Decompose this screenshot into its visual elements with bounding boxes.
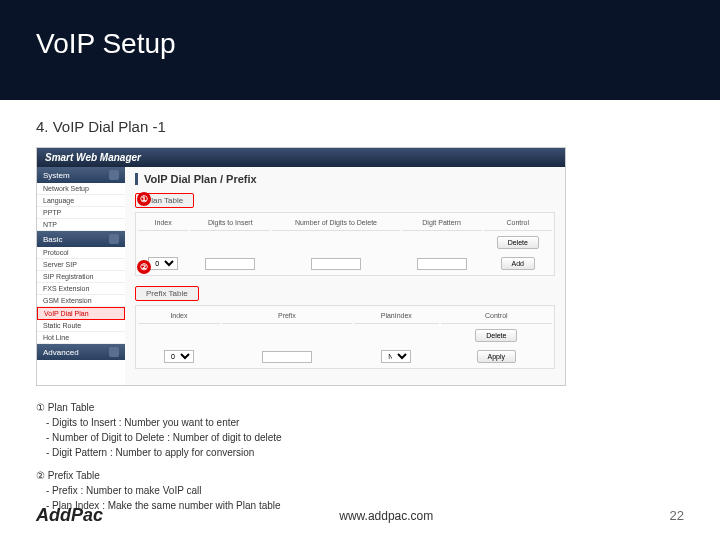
note-line: - Prefix : Number to make VoIP call (46, 483, 720, 498)
app-brand: Smart Web Manager (37, 148, 565, 167)
col-index: Index (138, 215, 188, 231)
screenshot: Smart Web Manager System Network Setup L… (36, 147, 566, 386)
col-planindex: PlanIndex (354, 308, 439, 324)
sidebar-item[interactable]: Language (37, 195, 125, 207)
digits-insert-input[interactable] (205, 258, 255, 270)
sidebar-item[interactable]: SIP Registration (37, 271, 125, 283)
planindex-select[interactable]: N/A (381, 350, 411, 363)
note-line: - Digit Pattern : Number to apply for co… (46, 445, 720, 460)
col-control: Control (441, 308, 552, 324)
main-panel: VoIP Dial Plan / Prefix Plan Table Index… (125, 167, 565, 385)
note-title-2: ② Prefix Table (36, 468, 720, 483)
add-button[interactable]: Add (501, 257, 535, 270)
sidebar-item[interactable]: NTP (37, 219, 125, 231)
collapse-icon (109, 234, 119, 244)
table-row: Delete (138, 233, 552, 252)
col-index: Index (138, 308, 220, 324)
sidebar-item[interactable]: Static Route (37, 320, 125, 332)
note-title-1: ① Plan Table (36, 400, 720, 415)
delete-button[interactable]: Delete (497, 236, 539, 249)
sidebar-item[interactable]: PPTP (37, 207, 125, 219)
sidebar-item[interactable]: GSM Extension (37, 295, 125, 307)
digits-delete-input[interactable] (311, 258, 361, 270)
delete-button[interactable]: Delete (475, 329, 517, 342)
sidebar-item[interactable]: Network Setup (37, 183, 125, 195)
sidebar-item-voip-dial-plan[interactable]: VoIP Dial Plan (37, 307, 125, 320)
table-row: 0 Add (138, 254, 552, 273)
note-line: - Digits to Insert : Number you want to … (46, 415, 720, 430)
sidebar-item[interactable]: Hot Line (37, 332, 125, 344)
subtitle: 4. VoIP Dial Plan -1 (0, 100, 720, 147)
sidebar: System Network Setup Language PPTP NTP B… (37, 167, 125, 385)
table-row: 0 N/A Apply (138, 347, 552, 366)
collapse-icon (109, 170, 119, 180)
annotation-2: ② (137, 260, 151, 274)
col-digit-pattern: Digit Pattern (402, 215, 482, 231)
table-row: Delete (138, 326, 552, 345)
index-select[interactable]: 0 (148, 257, 178, 270)
prefix-input[interactable] (262, 351, 312, 363)
page-number: 22 (670, 508, 684, 523)
collapse-icon (109, 347, 119, 357)
prefix-table-header[interactable]: Prefix Table (135, 286, 199, 301)
col-prefix: Prefix (222, 308, 352, 324)
panel-title: VoIP Dial Plan / Prefix (135, 173, 555, 185)
col-digits-insert: Digits to Insert (190, 215, 270, 231)
index-select[interactable]: 0 (164, 350, 194, 363)
digit-pattern-input[interactable] (417, 258, 467, 270)
logo: AddPac (36, 505, 103, 526)
apply-button[interactable]: Apply (477, 350, 517, 363)
sidebar-item[interactable]: Server SIP (37, 259, 125, 271)
page-title: VoIP Setup (36, 28, 720, 60)
note-line: - Number of Digit to Delete : Number of … (46, 430, 720, 445)
sidebar-section-system[interactable]: System (37, 167, 125, 183)
footer: AddPac www.addpac.com 22 (0, 505, 720, 526)
plan-table: Index Digits to Insert Number of Digits … (135, 212, 555, 276)
sidebar-item[interactable]: Protocol (37, 247, 125, 259)
col-control: Control (484, 215, 552, 231)
footer-url: www.addpac.com (103, 509, 670, 523)
annotation-1: ① (137, 192, 151, 206)
sidebar-section-basic[interactable]: Basic (37, 231, 125, 247)
sidebar-section-advanced[interactable]: Advanced (37, 344, 125, 360)
sidebar-item[interactable]: FXS Extension (37, 283, 125, 295)
notes: ① Plan Table - Digits to Insert : Number… (36, 400, 720, 513)
slide-header: VoIP Setup (0, 0, 720, 100)
prefix-table: Index Prefix PlanIndex Control Delete 0 … (135, 305, 555, 369)
col-digits-delete: Number of Digits to Delete (272, 215, 399, 231)
